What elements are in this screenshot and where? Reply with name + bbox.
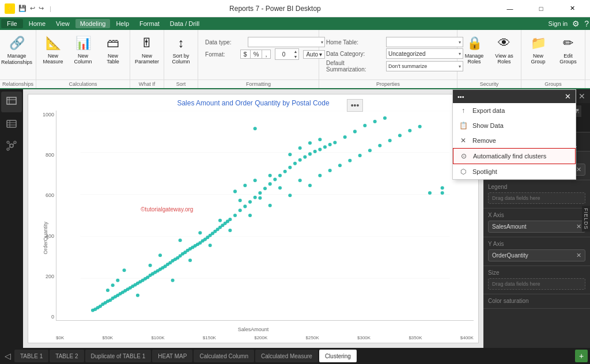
tab-table2[interactable]: TABLE 2 — [50, 350, 84, 362]
tab-calculated-measure[interactable]: Calculated Measure — [255, 350, 318, 362]
data-category-dropdown[interactable]: Uncategorized ▾ — [386, 48, 463, 59]
sort-by-column-button[interactable]: ↕ Sort byColumn — [167, 32, 195, 69]
tab-heatmap[interactable]: HEAT MAP — [152, 350, 192, 362]
model-view-button[interactable] — [1, 135, 22, 156]
model-view-icon — [6, 141, 17, 151]
quick-access-save[interactable]: 💾 — [18, 5, 27, 12]
ribbon-group-properties: Home Table: ▾ Data Category: Uncategoriz… — [319, 30, 457, 88]
svg-point-84 — [273, 178, 277, 181]
auto-label: Auto — [306, 51, 318, 58]
size-drop-area[interactable]: Drag data fields here — [488, 278, 585, 290]
decimal-down-button[interactable]: ▼ — [293, 54, 299, 59]
svg-point-100 — [373, 120, 377, 123]
context-menu-close[interactable]: ✕ — [565, 92, 571, 101]
svg-point-140 — [298, 146, 302, 150]
tab-format[interactable]: Format — [135, 19, 164, 28]
svg-point-112 — [228, 229, 232, 232]
details-postalcode-remove[interactable]: ✕ — [576, 166, 581, 173]
default-summarization-dropdown[interactable]: Don't summarize ▾ — [386, 61, 463, 71]
tab-modeling[interactable]: Modeling — [75, 19, 111, 28]
decimal-value: 0 — [275, 51, 293, 58]
svg-point-137 — [233, 189, 237, 193]
new-group-button[interactable]: 📁 NewGroup — [524, 32, 553, 69]
ribbon-group-calendars: 📅 Mark asDate Table Calendars — [585, 30, 590, 88]
settings-icon[interactable]: ⚙ — [572, 19, 580, 28]
maximize-button[interactable]: □ — [528, 0, 554, 17]
home-table-dropdown[interactable]: ▾ — [386, 37, 463, 47]
x-axis-salesamount-remove[interactable]: ✕ — [576, 223, 581, 230]
remove-label: Remove — [472, 137, 496, 144]
svg-point-78 — [243, 204, 247, 208]
title-bar-left: ⚡ 💾 ↩ ↪ | — [5, 3, 54, 14]
y-axis-section-label: Y Axis — [488, 241, 585, 247]
svg-point-120 — [308, 184, 312, 187]
new-parameter-button[interactable]: 🎚 NewParameter — [133, 32, 161, 69]
legend-drop-area[interactable]: Drag data fields here — [488, 192, 585, 204]
minimize-button[interactable]: — — [497, 0, 523, 17]
edit-groups-button[interactable]: ✏ EditGroups — [554, 32, 583, 69]
manage-roles-button[interactable]: 🔒 ManageRoles — [460, 32, 489, 69]
show-data-menu-item[interactable]: 📋 Show Data — [453, 118, 576, 133]
calendars-group-label: Calendars — [585, 79, 590, 88]
sign-in-link[interactable]: Sign in — [549, 20, 568, 27]
chart-options-button[interactable]: ••• — [347, 99, 363, 112]
mark-as-date-table-button[interactable]: 📅 Mark asDate Table — [588, 32, 590, 72]
context-menu: ••• ✕ ↑ Export data 📋 Show Data ✕ Remove… — [452, 89, 576, 180]
tab-data-drill[interactable]: Data / Drill — [165, 19, 204, 28]
svg-point-145 — [441, 191, 444, 195]
find-clusters-menu-item[interactable]: ⊙ Automatically find clusters — [453, 148, 576, 164]
view-as-roles-icon: 👁 — [495, 34, 513, 52]
help-icon[interactable]: ? — [584, 19, 589, 28]
export-data-menu-item[interactable]: ↑ Export data — [453, 103, 576, 118]
svg-point-96 — [333, 141, 336, 144]
quick-access-undo[interactable]: ↩ — [30, 5, 35, 12]
x-axis-salesamount-pill[interactable]: SalesAmount ✕ — [488, 221, 585, 233]
tab-calculated-column[interactable]: Calculated Column — [194, 350, 254, 362]
dollar-symbol-button[interactable]: $ — [241, 50, 251, 58]
y-axis-orderquantity-pill[interactable]: OrderQuantity ✕ — [488, 249, 585, 261]
tab-table1[interactable]: TABLE 1 — [14, 350, 48, 362]
decimal-up-button[interactable]: ▲ — [293, 49, 299, 54]
tab-clustering[interactable]: Clustering — [319, 350, 357, 362]
quick-access-redo[interactable]: ↪ — [39, 5, 44, 12]
remove-icon: ✕ — [459, 136, 468, 145]
comma-symbol-button[interactable]: , — [262, 50, 270, 58]
tab-help[interactable]: Help — [111, 19, 134, 28]
new-table-button[interactable]: 🗃 NewTable — [99, 32, 127, 69]
y-axis-orderquantity-remove[interactable]: ✕ — [576, 252, 581, 259]
data-type-arrow: ▾ — [321, 40, 323, 45]
decimal-control: 0 ▲ ▼ — [275, 48, 300, 60]
svg-point-75 — [228, 218, 232, 221]
svg-point-90 — [303, 156, 307, 159]
view-as-roles-button[interactable]: 👁 View asRoles — [490, 32, 519, 69]
sort-by-column-icon: ↕ — [172, 34, 190, 52]
tab-file[interactable]: File — [1, 19, 23, 28]
tab-duplicate-table1[interactable]: Duplicate of TABLE 1 — [85, 350, 152, 362]
new-column-button[interactable]: 📊 NewColumn — [69, 32, 97, 69]
tab-add-button[interactable]: + — [575, 350, 588, 362]
remove-menu-item[interactable]: ✕ Remove — [453, 133, 576, 148]
canvas-area: Sales Amount and Order Quantity by Posta… — [23, 89, 483, 348]
report-view-button[interactable] — [1, 92, 22, 112]
panel-close-icon[interactable]: ✕ — [578, 92, 585, 101]
tab-home[interactable]: Home — [24, 19, 50, 28]
close-button[interactable]: ✕ — [559, 0, 585, 17]
data-type-dropdown[interactable]: ▾ — [248, 37, 325, 47]
spotlight-menu-item[interactable]: ⬡ Spotlight — [453, 164, 576, 179]
svg-point-80 — [254, 196, 257, 199]
svg-point-110 — [209, 244, 212, 247]
manage-relationships-button[interactable]: 🔗 ManageRelationships — [2, 32, 31, 69]
new-measure-button[interactable]: 📐 NewMeasure — [39, 32, 67, 69]
title-bar: ⚡ 💾 ↩ ↪ | Reports 7 - Power BI Desktop —… — [0, 0, 590, 17]
spotlight-label: Spotlight — [472, 168, 497, 175]
tab-view[interactable]: View — [51, 19, 74, 28]
edit-groups-label: EditGroups — [559, 53, 577, 65]
svg-point-114 — [248, 214, 252, 217]
svg-point-99 — [363, 124, 366, 127]
data-category-label: Data Category: — [326, 51, 384, 57]
fields-panel-toggle[interactable]: FIELDS — [582, 206, 590, 232]
new-measure-icon: 📐 — [44, 34, 62, 52]
tab-scroll-left[interactable]: ◁ — [2, 351, 13, 361]
data-view-button[interactable] — [1, 113, 22, 134]
percent-symbol-button[interactable]: % — [251, 50, 263, 58]
